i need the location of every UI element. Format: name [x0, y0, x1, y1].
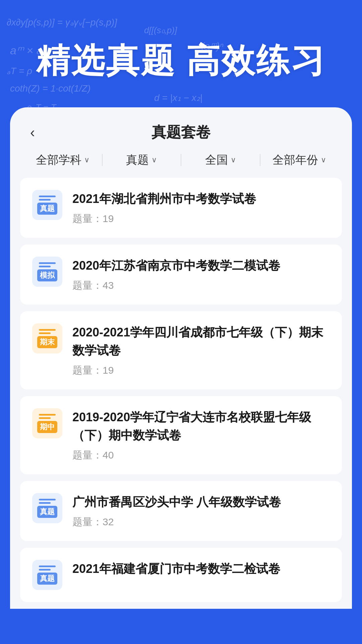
panel-header: ‹ 真题套卷: [10, 107, 352, 152]
badge-label: 期末: [37, 336, 57, 348]
list-item[interactable]: 期中 2019-2020学年辽宁省大连市名校联盟七年级（下）期中数学试卷 题量：…: [20, 396, 342, 474]
card-content: 2020-2021学年四川省成都市七年级（下）期末数学试卷 题量：19: [72, 323, 330, 377]
panel-title: 真题套卷: [152, 122, 210, 142]
badge-label: 模拟: [37, 269, 57, 281]
card-title: 2021年福建省厦门市中考数学二检试卷: [72, 560, 330, 578]
filter-type[interactable]: 真题 ∨: [103, 152, 181, 168]
card-meta: 题量：19: [72, 364, 330, 377]
chevron-down-icon: ∨: [84, 156, 89, 164]
card-meta: 题量：32: [72, 515, 330, 529]
card-title: 2020年江苏省南京市中考数学二模试卷: [72, 257, 330, 275]
badge-label: 期中: [37, 421, 57, 433]
main-panel: ‹ 真题套卷 全部学科 ∨ 真题 ∨ 全国 ∨ 全部年份 ∨: [10, 107, 352, 609]
list-item[interactable]: 模拟 2020年江苏省南京市中考数学二模试卷 题量：43: [20, 245, 342, 305]
card-title: 2021年湖北省荆州市中考数学试卷: [72, 190, 330, 208]
card-title: 广州市番禺区沙头中学 八年级数学试卷: [72, 493, 330, 511]
list-item[interactable]: 真题 广州市番禺区沙头中学 八年级数学试卷 题量：32: [20, 481, 342, 541]
card-content: 2020年江苏省南京市中考数学二模试卷 题量：43: [72, 257, 330, 292]
badge-label: 真题: [37, 203, 57, 215]
badge-icon: 期末: [32, 323, 62, 354]
card-title: 2020-2021学年四川省成都市七年级（下）期末数学试卷: [72, 323, 330, 360]
badge-icon: 期中: [32, 408, 62, 438]
hero-title: 精选真题 高效练习: [20, 40, 342, 80]
chevron-down-icon: ∨: [152, 156, 157, 164]
filter-year[interactable]: 全部年份 ∨: [260, 152, 339, 168]
badge-icon: 真题: [32, 560, 62, 590]
card-meta: 题量：19: [72, 212, 330, 226]
badge-icon: 真题: [32, 190, 62, 220]
badge-label: 真题: [37, 506, 57, 518]
card-meta: 题量：43: [72, 279, 330, 292]
card-content: 广州市番禺区沙头中学 八年级数学试卷 题量：32: [72, 493, 330, 529]
filter-bar: 全部学科 ∨ 真题 ∨ 全国 ∨ 全部年份 ∨: [10, 152, 352, 178]
card-content: 2019-2020学年辽宁省大连市名校联盟七年级（下）期中数学试卷 题量：40: [72, 408, 330, 462]
chevron-down-icon: ∨: [321, 156, 326, 164]
list-item[interactable]: 真题 2021年湖北省荆州市中考数学试卷 题量：19: [20, 178, 342, 238]
list-item[interactable]: 期末 2020-2021学年四川省成都市七年级（下）期末数学试卷 题量：19: [20, 311, 342, 389]
card-meta: 题量：40: [72, 448, 330, 462]
list-item[interactable]: 真题 2021年福建省厦门市中考数学二检试卷: [20, 548, 342, 602]
back-button[interactable]: ‹: [30, 125, 35, 140]
card-content: 2021年湖北省荆州市中考数学试卷 题量：19: [72, 190, 330, 226]
chevron-down-icon: ∨: [231, 156, 236, 164]
card-content: 2021年福建省厦门市中考数学二检试卷: [72, 560, 330, 582]
hero-section: 精选真题 高效练习: [0, 0, 362, 107]
card-title: 2019-2020学年辽宁省大连市名校联盟七年级（下）期中数学试卷: [72, 408, 330, 444]
badge-icon: 模拟: [32, 257, 62, 287]
badge-label: 真题: [37, 573, 57, 585]
filter-region[interactable]: 全国 ∨: [181, 152, 260, 168]
exam-list: 真题 2021年湖北省荆州市中考数学试卷 题量：19 模拟 2020年江苏省南京…: [10, 178, 352, 609]
filter-subject[interactable]: 全部学科 ∨: [23, 152, 102, 168]
badge-icon: 真题: [32, 493, 62, 523]
